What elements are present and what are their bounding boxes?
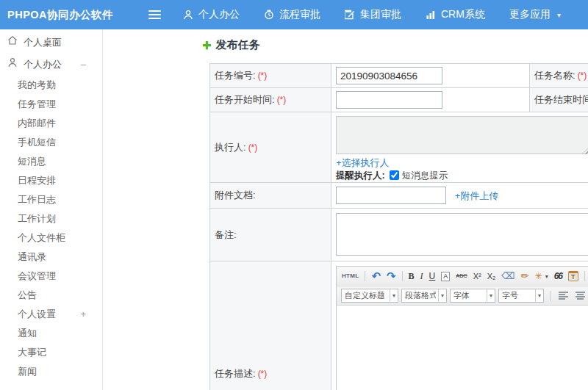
sidebar-item-meeting-management[interactable]: 会议管理 (0, 267, 102, 286)
sidebar-item-milestones[interactable]: 大事记 (0, 343, 102, 362)
redo-icon[interactable]: ↷ (387, 271, 396, 281)
attachment-field-cell: +附件上传 (331, 183, 588, 209)
subscript-icon[interactable]: X₂ (487, 271, 496, 281)
top-navigation: 个人办公 流程审批 集团审批 CRM系统 更多应用 (183, 8, 561, 21)
nav-group-approval[interactable]: 集团审批 (345, 8, 401, 21)
collapse-icon[interactable]: – (81, 54, 86, 76)
select-value: 字体 (453, 290, 484, 301)
add-icon: ✚ (202, 39, 212, 52)
sidebar-item-mobile-sms[interactable]: 手机短信 (0, 133, 102, 152)
toolbar-separator (584, 271, 585, 281)
editor-content-area[interactable] (337, 306, 588, 390)
caret-down-icon: ▾ (535, 289, 543, 302)
executor-textarea[interactable] (336, 116, 588, 154)
style-wand-icon[interactable]: ✳ (535, 271, 542, 281)
remark-field-cell (331, 209, 588, 261)
sms-tip-checkbox[interactable] (390, 170, 399, 180)
sidebar-item-work-log[interactable]: 工作日志 (0, 190, 102, 209)
start-time-input[interactable] (336, 91, 442, 109)
sidebar-item-personal-settings[interactable]: 个人设置 + (0, 305, 102, 324)
sidebar-item-personal-office[interactable]: 个人办公 – (0, 54, 102, 76)
toolbar-separator (365, 271, 365, 281)
html-source-button[interactable]: HTML (342, 271, 359, 281)
hamburger-menu-icon[interactable] (148, 10, 161, 19)
executor-label-cell: 执行人:(*) (210, 112, 331, 183)
sidebar-item-personal-desktop[interactable]: 个人桌面 (0, 32, 102, 54)
task-number-label-cell: 任务编号:(*) (210, 64, 331, 88)
select-value: 段落格式 (405, 290, 436, 301)
sidebar-item-news[interactable]: 新闻 (0, 362, 102, 381)
blockquote-icon[interactable]: 66 (554, 271, 562, 281)
expand-icon[interactable]: + (80, 305, 86, 324)
italic-icon[interactable]: I (420, 271, 423, 281)
attachment-upload-link[interactable]: +附件上传 (455, 190, 499, 201)
caret-down-icon: ▾ (438, 289, 446, 302)
end-time-label-cell: 任务结束时间:(*) (530, 88, 588, 112)
page-title: ✚ 发布任务 (202, 38, 260, 52)
sidebar-item-announcement[interactable]: 公告 (0, 286, 102, 305)
format-eraser-icon[interactable]: ⌫ (501, 271, 514, 281)
sidebar-item-personal-files[interactable]: 个人文件柜 (0, 228, 102, 248)
highlight-icon[interactable]: A (441, 272, 450, 281)
rich-text-editor: HTML ↶ ↷ B I U A ABC X² (336, 266, 588, 390)
nav-crm-system[interactable]: CRM系统 (426, 8, 485, 21)
align-left-icon[interactable] (559, 292, 568, 300)
superscript-icon[interactable]: X² (473, 271, 481, 281)
field-label: 任务编号: (215, 70, 256, 81)
remark-textarea[interactable] (336, 213, 588, 256)
font-family-select[interactable]: 字体 ▾ (450, 289, 495, 303)
edit-icon (345, 10, 355, 20)
required-mark: (*) (578, 71, 587, 81)
bold-icon[interactable]: B (409, 271, 415, 281)
sidebar-item-my-attendance[interactable]: 我的考勤 (0, 76, 102, 95)
caret-down-icon[interactable]: ▾ (545, 273, 548, 280)
description-field-cell: HTML ↶ ↷ B I U A ABC X² (331, 261, 588, 390)
format-brush-icon[interactable]: ✏ (521, 271, 529, 281)
field-label: 任务描述: (215, 368, 256, 379)
font-size-select[interactable]: 字号 ▾ (498, 289, 544, 303)
user-icon (7, 54, 18, 76)
field-label: 任务开始时间: (215, 94, 275, 105)
nav-workflow-approval[interactable]: 流程审批 (264, 8, 320, 21)
custom-heading-select[interactable]: 自定义标题 ▾ (341, 289, 398, 303)
sidebar-item-short-message[interactable]: 短消息 (0, 152, 102, 171)
sidebar-item-notice[interactable]: 通知 (0, 324, 102, 343)
sidebar-item-internal-mail[interactable]: 内部邮件 (0, 114, 102, 133)
paste-icon[interactable]: T (568, 271, 578, 281)
executor-field-cell: +选择执行人 提醒执行人:短消息提示 (331, 112, 588, 183)
field-label: 任务名称: (534, 70, 576, 81)
field-label: 执行人: (215, 142, 246, 153)
app-logo[interactable]: PHPOA协同办公软件 (0, 8, 132, 22)
toolbar-separator (550, 291, 551, 301)
required-mark: (*) (277, 95, 287, 105)
bar-chart-icon (426, 10, 436, 20)
choose-executor-link[interactable]: +选择执行人 (336, 157, 390, 168)
align-center-icon[interactable] (576, 292, 585, 300)
strikethrough-icon[interactable]: ABC (456, 271, 467, 281)
home-icon (7, 32, 18, 54)
form-row-attachment: 附件文档: +附件上传 (210, 183, 588, 209)
user-icon (183, 10, 193, 20)
select-value: 字号 (502, 290, 533, 301)
task-number-input[interactable] (336, 67, 442, 84)
nav-label: 流程审批 (279, 8, 320, 21)
history-clock-icon (264, 10, 274, 20)
toolbar-separator (402, 271, 403, 281)
sidebar-item-task-management[interactable]: 任务管理 (0, 95, 102, 114)
sidebar-item-contacts[interactable]: 通讯录 (0, 248, 102, 267)
attachment-input[interactable] (336, 187, 446, 204)
app-window: PHPOA协同办公软件 个人办公 流程审批 集团审批 (0, 0, 588, 390)
nav-personal-office[interactable]: 个人办公 (183, 8, 240, 21)
underline-icon[interactable]: U (429, 271, 436, 281)
nav-more-apps[interactable]: 更多应用 ▾ (509, 8, 561, 21)
caret-down-icon: ▾ (487, 289, 495, 302)
form-row-description: 任务描述:(*) HTML ↶ ↷ B I (210, 261, 588, 390)
required-mark: (*) (258, 71, 268, 81)
paragraph-format-select[interactable]: 段落格式 ▾ (401, 289, 447, 303)
sidebar-item-work-plan[interactable]: 工作计划 (0, 209, 102, 228)
sidebar-item-schedule[interactable]: 日程安排 (0, 171, 102, 190)
undo-icon[interactable]: ↶ (371, 271, 381, 281)
required-mark: (*) (258, 369, 268, 379)
sms-tip-label: 短消息提示 (402, 170, 448, 181)
publish-task-form: 任务编号:(*) 任务名称:(*) 任务开始时间:(*) (209, 63, 588, 390)
